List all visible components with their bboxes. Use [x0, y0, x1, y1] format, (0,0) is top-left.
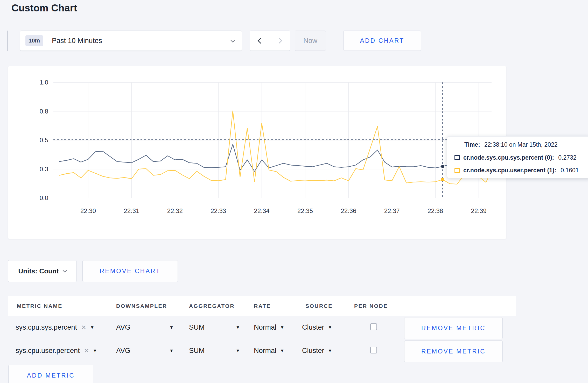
units-dropdown[interactable]: Units: Count [8, 260, 77, 282]
chevron-left-icon [258, 38, 264, 44]
col-header-downsampler: DOWNSAMPLER [116, 303, 167, 309]
svg-text:22:34: 22:34 [254, 207, 270, 214]
metric-name-dropdown[interactable]: sys.cpu.user.percent ✕ ▼ [16, 347, 97, 355]
source-value: Cluster [302, 323, 324, 331]
caret-down-icon: ▼ [280, 348, 284, 353]
metrics-table-header: METRIC NAME DOWNSAMPLER AGGREGATOR RATE … [8, 296, 516, 316]
chevron-right-icon [276, 38, 282, 44]
svg-text:0.3: 0.3 [40, 166, 48, 173]
svg-text:22:32: 22:32 [167, 207, 183, 214]
rate-value: Normal [254, 347, 276, 355]
source-value: Cluster [302, 347, 324, 355]
col-header-aggregator: AGGREGATOR [189, 303, 235, 309]
remove-metric-button[interactable]: REMOVE METRIC [404, 317, 503, 339]
downsampler-select[interactable]: AVG ▼ [116, 347, 174, 355]
next-range-button[interactable] [270, 31, 290, 51]
aggregator-select[interactable]: SUM ▼ [189, 323, 240, 331]
caret-down-icon: ▼ [328, 348, 332, 353]
caret-down-icon: ▼ [93, 348, 97, 353]
svg-text:22:35: 22:35 [297, 207, 313, 214]
downsampler-value: AVG [116, 323, 130, 331]
svg-text:22:33: 22:33 [211, 207, 226, 214]
downsampler-select[interactable]: AVG ▼ [116, 323, 174, 331]
page-title: Custom Chart [11, 3, 77, 14]
now-button-label: Now [303, 37, 317, 45]
metric-name-label: sys.cpu.user.percent [16, 347, 80, 355]
remove-chart-button[interactable]: REMOVE CHART [82, 260, 178, 282]
caret-down-icon: ▼ [328, 325, 332, 330]
chevron-down-icon [63, 268, 67, 273]
caret-down-icon: ▼ [236, 325, 240, 330]
chevron-down-icon [230, 38, 235, 42]
svg-text:0.0: 0.0 [40, 194, 48, 201]
svg-text:22:38: 22:38 [428, 207, 443, 214]
svg-text:0.8: 0.8 [40, 108, 48, 115]
source-select[interactable]: Cluster ▼ [302, 323, 332, 331]
chart-card: 0.00.30.50.81.022:3022:3122:3222:3322:34… [8, 66, 506, 239]
downsampler-value: AVG [116, 347, 130, 355]
time-range-dropdown[interactable]: 10m Past 10 Minutes [20, 31, 242, 51]
now-button[interactable]: Now [295, 31, 326, 51]
prev-range-button[interactable] [250, 31, 270, 51]
svg-text:22:37: 22:37 [384, 207, 400, 214]
aggregator-value: SUM [189, 323, 205, 331]
tooltip-series-value: 0.2732 [558, 154, 576, 161]
metric-name-label: sys.cpu.sys.percent [16, 323, 77, 331]
sys-series-swatch-icon [454, 155, 460, 160]
add-chart-button[interactable]: ADD CHART [343, 31, 421, 51]
col-header-source: SOURCE [305, 303, 333, 309]
tooltip-series-name: cr.node.sys.cpu.user.percent (1): [463, 167, 556, 174]
caret-down-icon: ▼ [169, 325, 174, 330]
user-series-swatch-icon [454, 168, 460, 173]
time-range-nav [250, 31, 290, 51]
time-range-label: Past 10 Minutes [52, 37, 102, 45]
timeseries-chart[interactable]: 0.00.30.50.81.022:3022:3122:3222:3322:34… [8, 66, 506, 239]
remove-metric-x-icon[interactable]: ✕ [84, 347, 89, 354]
units-label: Units: Count [18, 267, 59, 275]
add-metric-button[interactable]: ADD METRIC [8, 365, 93, 383]
remove-metric-button[interactable]: REMOVE METRIC [404, 341, 503, 362]
metric-name-dropdown[interactable]: sys.cpu.sys.percent ✕ ▼ [16, 323, 94, 331]
tooltip-time-label: Time: [464, 141, 480, 148]
col-header-metric-name: METRIC NAME [17, 303, 62, 309]
remove-metric-x-icon[interactable]: ✕ [81, 324, 86, 331]
caret-down-icon: ▼ [169, 348, 174, 353]
caret-down-icon: ▼ [280, 325, 284, 330]
col-header-per-node: PER NODE [354, 303, 388, 309]
per-node-checkbox[interactable] [370, 347, 377, 353]
chart-tooltip: Time: 22:38:10 on Mar 15th, 2022 cr.node… [447, 136, 588, 178]
aggregator-select[interactable]: SUM ▼ [189, 347, 240, 355]
tooltip-series-name: cr.node.sys.cpu.sys.percent (0): [463, 154, 554, 161]
svg-text:22:39: 22:39 [471, 207, 487, 214]
tooltip-series-row: cr.node.sys.cpu.sys.percent (0): 0.2732 [454, 154, 586, 161]
toolbar-divider [7, 31, 8, 51]
caret-down-icon: ▼ [236, 348, 240, 353]
tooltip-time-value: 22:38:10 on Mar 15th, 2022 [484, 141, 558, 148]
svg-text:22:30: 22:30 [80, 207, 96, 214]
svg-text:0.5: 0.5 [40, 137, 48, 144]
col-header-rate: RATE [254, 303, 271, 309]
svg-text:22:31: 22:31 [124, 207, 139, 214]
rate-value: Normal [254, 323, 276, 331]
caret-down-icon: ▼ [90, 325, 94, 330]
aggregator-value: SUM [189, 347, 205, 355]
rate-select[interactable]: Normal ▼ [254, 323, 284, 331]
tooltip-time-row: Time: 22:38:10 on Mar 15th, 2022 [454, 141, 586, 148]
rate-select[interactable]: Normal ▼ [254, 347, 284, 355]
svg-text:1.0: 1.0 [40, 79, 48, 86]
time-range-badge: 10m [25, 35, 43, 46]
tooltip-series-value: 0.1601 [561, 167, 579, 174]
tooltip-series-row: cr.node.sys.cpu.user.percent (1): 0.1601 [454, 167, 586, 174]
per-node-checkbox[interactable] [370, 323, 377, 330]
svg-text:22:36: 22:36 [341, 207, 356, 214]
source-select[interactable]: Cluster ▼ [302, 347, 332, 355]
